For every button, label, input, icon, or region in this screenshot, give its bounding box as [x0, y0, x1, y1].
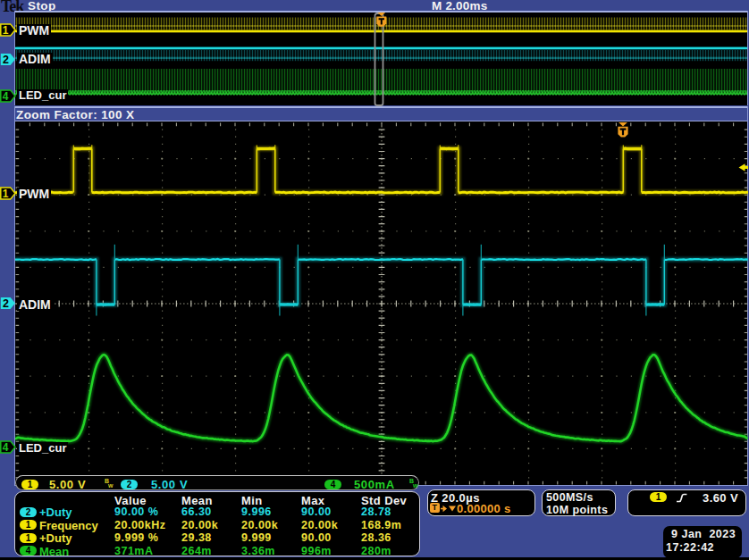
- svg-text:2: 2: [3, 54, 9, 66]
- svg-text:2: 2: [3, 298, 9, 311]
- svg-text:1: 1: [3, 188, 9, 200]
- svg-text:1: 1: [3, 24, 9, 37]
- svg-text:4: 4: [3, 90, 9, 103]
- svg-text:4: 4: [3, 441, 9, 454]
